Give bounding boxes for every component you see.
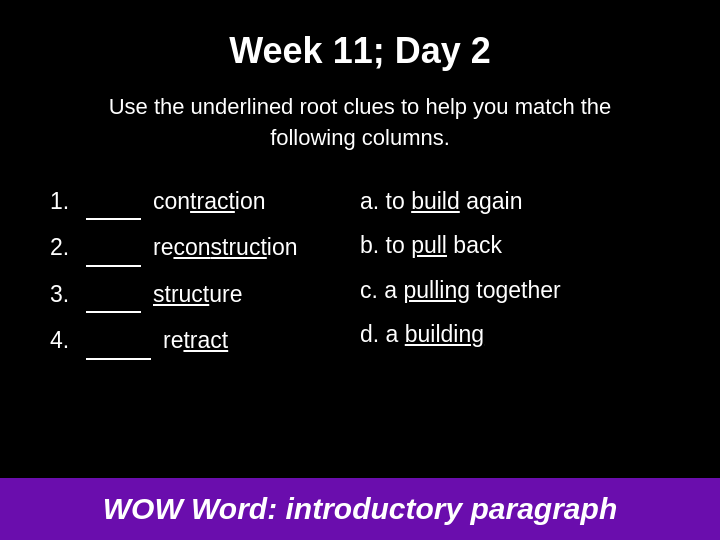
- wow-word-text: WOW Word: introductory paragraph: [103, 492, 617, 525]
- item-number: 3.: [50, 277, 78, 312]
- word-1: contraction: [153, 184, 266, 219]
- answer-item-c: c. a pulling together: [360, 273, 670, 308]
- list-item: 2. reconstruction: [50, 230, 360, 267]
- answer-item-b: b. to pull back: [360, 228, 670, 263]
- blank-4: [86, 323, 151, 360]
- content-area: 1. contraction 2. reconstruction 3. stru…: [50, 184, 670, 360]
- page-title: Week 11; Day 2: [50, 30, 670, 72]
- wow-bar: WOW Word: introductory paragraph: [0, 478, 720, 540]
- blank-1: [86, 184, 141, 221]
- list-item: 4. retract: [50, 323, 360, 360]
- main-container: Week 11; Day 2 Use the underlined root c…: [0, 0, 720, 540]
- list-item: 3. structure: [50, 277, 360, 314]
- word-3: structure: [153, 277, 242, 312]
- answer-item-d: d. a building: [360, 317, 670, 352]
- right-column: a. to build again b. to pull back c. a p…: [360, 184, 670, 360]
- answer-item-a: a. to build again: [360, 184, 670, 219]
- item-number: 2.: [50, 230, 78, 265]
- item-number: 4.: [50, 323, 78, 358]
- item-number: 1.: [50, 184, 78, 219]
- left-column: 1. contraction 2. reconstruction 3. stru…: [50, 184, 360, 360]
- blank-2: [86, 230, 141, 267]
- list-item: 1. contraction: [50, 184, 360, 221]
- instructions: Use the underlined root clues to help yo…: [50, 92, 670, 154]
- word-4: retract: [163, 323, 228, 358]
- blank-3: [86, 277, 141, 314]
- word-2: reconstruction: [153, 230, 297, 265]
